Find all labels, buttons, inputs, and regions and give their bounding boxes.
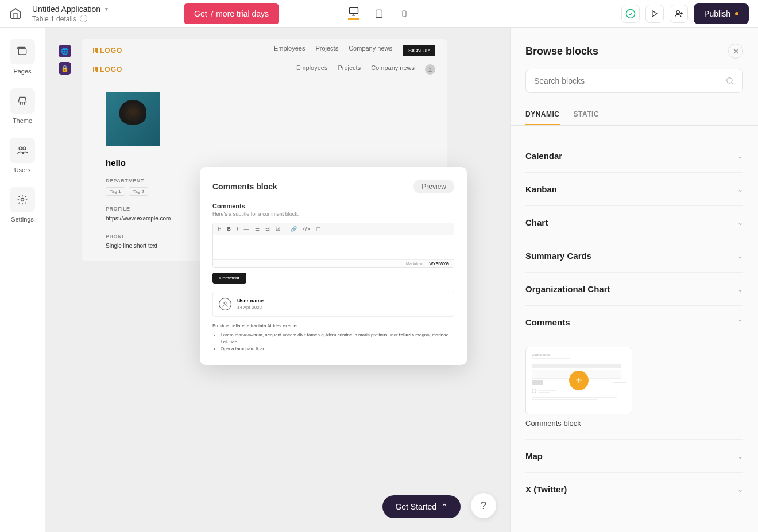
sidebar-label: Theme <box>13 117 32 124</box>
nav-news[interactable]: Company news <box>371 64 415 75</box>
chevron-down-icon: ⌄ <box>737 185 743 193</box>
nav-projects[interactable]: Projects <box>315 45 338 56</box>
device-switcher <box>348 8 410 20</box>
avatar-icon[interactable] <box>425 64 435 75</box>
block-card-comments[interactable]: Comments —— —— + <box>525 347 632 414</box>
dept-label: DEPARTMENT <box>106 178 212 184</box>
pages-icon <box>17 46 28 57</box>
tag-2: Tag 2 <box>129 187 148 196</box>
status-check-icon[interactable] <box>621 5 640 23</box>
mobile-icon[interactable] <box>399 8 410 20</box>
toolbar-h[interactable]: H <box>218 226 222 232</box>
tablet-icon[interactable] <box>373 8 385 20</box>
comments-block-modal: Comments block Preview Comments Here's a… <box>200 167 467 365</box>
category-twitter[interactable]: X (Twitter)⌄ <box>525 473 743 506</box>
toolbar-image-icon[interactable]: ▢ <box>316 226 321 232</box>
category-chart[interactable]: Chart⌄ <box>525 206 743 239</box>
toolbar-italic[interactable]: I <box>237 226 238 232</box>
nav-employees[interactable]: Employees <box>296 64 327 75</box>
nav-news[interactable]: Company news <box>349 45 392 56</box>
toolbar-ul-icon[interactable]: ☰ <box>255 226 260 232</box>
toolbar-link-icon[interactable]: 🔗 <box>291 226 297 232</box>
chevron-down-icon: ⌄ <box>737 252 743 260</box>
comments-heading: Comments <box>212 203 454 209</box>
play-icon[interactable] <box>645 5 664 23</box>
search-input[interactable] <box>534 76 714 86</box>
nav-employees[interactable]: Employees <box>274 45 305 56</box>
category-comments[interactable]: Comments⌃ <box>525 306 743 339</box>
settings-icon <box>17 194 28 205</box>
app-title[interactable]: Untitled Application <box>32 5 100 14</box>
lock-badge[interactable]: 🔒 <box>59 62 71 75</box>
comments-subtitle: Here's a subtitle for a comment block. <box>212 211 454 217</box>
sidebar-item-settings[interactable]: Settings <box>10 187 35 223</box>
sidebar-item-theme[interactable]: Theme <box>10 88 35 124</box>
toolbar-code-icon[interactable]: </> <box>303 226 310 232</box>
comment-editor[interactable]: H B I — ☰ ☲ ☑ 🔗 </> ▢ Markdown WYSIWYG <box>212 223 454 268</box>
sidebar-item-users[interactable]: Users <box>10 138 35 173</box>
publish-status-dot <box>735 12 738 15</box>
category-summary[interactable]: Summary Cards⌄ <box>525 239 743 273</box>
page-nav-1: LOGO Employees Projects Company news SIG… <box>82 39 447 62</box>
chevron-down-icon: ⌄ <box>737 452 743 460</box>
profile-name: hello <box>106 158 423 168</box>
add-user-icon[interactable] <box>670 5 688 23</box>
toolbar-bold[interactable]: B <box>227 226 231 232</box>
gear-icon[interactable] <box>80 15 87 22</box>
globe-badge[interactable]: 🌐 <box>59 45 71 57</box>
comment-body: Proxima bellare te tractata Atrides exer… <box>212 323 454 352</box>
publish-button[interactable]: Publish <box>694 3 749 24</box>
search-box[interactable] <box>525 69 743 93</box>
svg-rect-6 <box>18 49 26 55</box>
toolbar-ol-icon[interactable]: ☲ <box>265 226 270 232</box>
editor-body[interactable] <box>213 235 454 259</box>
nav-projects[interactable]: Projects <box>338 64 361 75</box>
svg-marker-4 <box>652 10 657 17</box>
trial-button[interactable]: Get 7 more trial days <box>184 3 279 24</box>
comment-submit-button[interactable]: Comment <box>212 273 246 284</box>
svg-rect-1 <box>376 10 382 17</box>
chevron-down-icon: ⌄ <box>737 285 743 293</box>
category-org[interactable]: Organizational Chart⌄ <box>525 273 743 306</box>
desktop-icon[interactable] <box>348 8 359 20</box>
get-started-button[interactable]: Get Started ⌃ <box>382 495 461 518</box>
comment-user: User name <box>237 298 264 304</box>
add-block-icon[interactable]: + <box>569 371 589 390</box>
signup-button[interactable]: SIGN UP <box>403 45 435 56</box>
mode-markdown[interactable]: Markdown <box>406 262 424 266</box>
comment-date: 14 Apr 2022 <box>237 305 264 310</box>
app-title-wrap: Untitled Application ▾ Table 1 details <box>32 5 108 23</box>
chevron-down-icon[interactable]: ▾ <box>105 6 108 12</box>
left-sidebar: Pages Theme Users Settings <box>0 28 45 532</box>
category-kanban[interactable]: Kanban⌄ <box>525 173 743 206</box>
comment-avatar-icon <box>219 298 231 310</box>
svg-point-5 <box>676 10 679 13</box>
subtitle[interactable]: Table 1 details <box>32 15 76 23</box>
editor-toolbar: H B I — ☰ ☲ ☑ 🔗 </> ▢ <box>213 223 454 235</box>
mode-wysiwyg[interactable]: WYSIWYG <box>429 262 449 266</box>
category-calendar[interactable]: Calendar⌄ <box>525 139 743 173</box>
svg-rect-0 <box>350 7 358 14</box>
profile-value: https://www.example.com <box>106 215 212 222</box>
logo: LOGO <box>93 65 122 73</box>
canvas-area: 🌐 🔒 LOGO Employees Projects Company news… <box>45 28 510 532</box>
preview-badge[interactable]: Preview <box>413 180 454 193</box>
tab-static[interactable]: STATIC <box>574 104 600 125</box>
tab-dynamic[interactable]: DYNAMIC <box>525 104 560 125</box>
svg-point-11 <box>429 68 431 69</box>
brush-icon <box>17 95 28 107</box>
svg-point-12 <box>224 302 226 304</box>
chevron-down-icon: ⌄ <box>737 219 743 227</box>
phone-label: PHONE <box>106 234 212 239</box>
close-icon[interactable]: ✕ <box>728 44 743 59</box>
users-icon <box>17 145 28 156</box>
panel-title: Browse blocks <box>525 45 598 57</box>
toolbar-check-icon[interactable]: ☑ <box>276 226 280 232</box>
sidebar-item-pages[interactable]: Pages <box>10 39 35 75</box>
toolbar-dash[interactable]: — <box>244 226 249 232</box>
top-bar: Untitled Application ▾ Table 1 details G… <box>0 0 758 28</box>
svg-point-9 <box>23 147 26 150</box>
category-map[interactable]: Map⌄ <box>525 439 743 473</box>
home-icon[interactable] <box>9 7 23 21</box>
help-button[interactable]: ? <box>471 493 496 518</box>
